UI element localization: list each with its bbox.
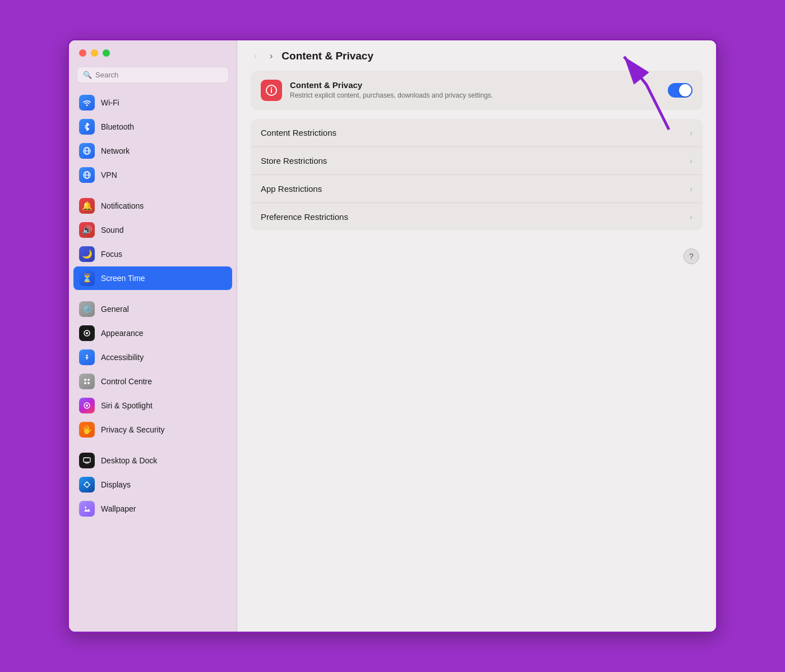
sidebar-label-privacy: Privacy & Security — [101, 425, 165, 434]
close-button[interactable] — [79, 49, 86, 57]
toggle-knob — [679, 84, 691, 96]
screentime-icon: ⏳ — [79, 270, 95, 286]
page-title: Content & Privacy — [281, 50, 373, 62]
notifications-icon: 🔔 — [79, 198, 95, 214]
help-button[interactable]: ? — [684, 248, 699, 264]
network-icon — [79, 143, 95, 159]
content-privacy-subtitle: Restrict explicit content, purchases, do… — [290, 91, 660, 100]
controlcentre-icon — [79, 374, 95, 389]
search-icon: 🔍 — [83, 71, 92, 79]
general-icon: ⚙️ — [79, 301, 95, 317]
content-privacy-icon — [261, 80, 282, 101]
sidebar-item-screentime[interactable]: ⏳ Screen Time — [73, 266, 232, 290]
restriction-label-preference: Preference Restrictions — [261, 212, 690, 222]
sidebar-list: Wi-Fi Bluetooth Network VP — [69, 91, 237, 632]
sidebar-label-desktop: Desktop & Dock — [101, 456, 157, 465]
forward-button[interactable]: › — [266, 49, 276, 63]
sidebar-label-displays: Displays — [101, 480, 131, 489]
sidebar-item-accessibility[interactable]: Accessibility — [73, 346, 232, 369]
chevron-icon-store: › — [690, 157, 692, 165]
sidebar-item-desktop[interactable]: Desktop & Dock — [73, 449, 232, 472]
svg-point-11 — [84, 382, 86, 384]
back-button[interactable]: ‹ — [251, 49, 261, 63]
sidebar-label-network: Network — [101, 146, 130, 155]
sidebar: 🔍 Wi-Fi Bluetooth — [69, 40, 237, 632]
restriction-row-preference[interactable]: Preference Restrictions › — [251, 203, 703, 231]
divider-3 — [73, 442, 232, 449]
content-privacy-header: Content & Privacy Restrict explicit cont… — [251, 71, 703, 110]
sidebar-label-wallpaper: Wallpaper — [101, 504, 136, 513]
appearance-icon — [79, 325, 95, 341]
sidebar-label-appearance: Appearance — [101, 329, 144, 338]
main-window: 🔍 Wi-Fi Bluetooth — [67, 39, 718, 633]
sound-icon: 🔊 — [79, 222, 95, 238]
svg-point-12 — [87, 382, 90, 384]
sidebar-item-bluetooth[interactable]: Bluetooth — [73, 115, 232, 139]
sidebar-item-controlcentre[interactable]: Control Centre — [73, 370, 232, 393]
content-privacy-toggle[interactable] — [668, 83, 692, 98]
restriction-label-content: Content Restrictions — [261, 128, 690, 137]
sidebar-item-network[interactable]: Network — [73, 139, 232, 163]
svg-point-9 — [84, 379, 86, 381]
search-bar[interactable]: 🔍 — [77, 67, 229, 83]
wifi-icon — [79, 95, 95, 111]
svg-rect-15 — [84, 458, 90, 462]
vpn-icon — [79, 167, 95, 183]
sidebar-item-appearance[interactable]: Appearance — [73, 321, 232, 345]
bluetooth-icon — [79, 119, 95, 135]
restriction-row-store[interactable]: Store Restrictions › — [251, 147, 703, 175]
focus-icon: 🌙 — [79, 246, 95, 262]
sidebar-item-privacy[interactable]: 🖐 Privacy & Security — [73, 418, 232, 441]
sidebar-label-vpn: VPN — [101, 171, 117, 179]
sidebar-item-notifications[interactable]: 🔔 Notifications — [73, 194, 232, 218]
sidebar-item-focus[interactable]: 🌙 Focus — [73, 242, 232, 266]
restriction-row-app[interactable]: App Restrictions › — [251, 175, 703, 203]
divider-2 — [73, 291, 232, 297]
privacy-icon: 🖐 — [79, 422, 95, 438]
chevron-icon-app: › — [690, 185, 692, 194]
sidebar-label-wifi: Wi-Fi — [101, 98, 119, 107]
chevron-icon-content: › — [690, 128, 692, 137]
sidebar-label-controlcentre: Control Centre — [101, 377, 152, 386]
titlebar — [69, 40, 237, 62]
divider-1 — [73, 187, 232, 194]
sidebar-item-wallpaper[interactable]: Wallpaper — [73, 497, 232, 521]
content-privacy-title: Content & Privacy — [290, 80, 660, 90]
main-header: ‹ › Content & Privacy — [237, 40, 716, 71]
maximize-button[interactable] — [103, 49, 110, 57]
main-body: Content & Privacy Restrict explicit cont… — [237, 71, 716, 632]
sidebar-label-focus: Focus — [101, 250, 122, 259]
siri-icon — [79, 398, 95, 413]
svg-point-8 — [86, 355, 88, 356]
content-privacy-text: Content & Privacy Restrict explicit cont… — [290, 80, 660, 100]
sidebar-label-general: General — [101, 305, 129, 314]
svg-point-14 — [86, 404, 88, 407]
restrictions-list: Content Restrictions › Store Restriction… — [251, 119, 703, 231]
sidebar-item-siri[interactable]: Siri & Spotlight — [73, 394, 232, 417]
svg-point-21 — [85, 507, 86, 508]
restriction-row-content[interactable]: Content Restrictions › — [251, 119, 703, 147]
chevron-icon-preference: › — [690, 213, 692, 222]
minimize-button[interactable] — [91, 49, 98, 57]
sidebar-item-displays[interactable]: Displays — [73, 473, 232, 496]
sidebar-item-wifi[interactable]: Wi-Fi — [73, 91, 232, 114]
sidebar-item-vpn[interactable]: VPN — [73, 163, 232, 187]
sidebar-label-notifications: Notifications — [101, 201, 144, 210]
svg-point-16 — [85, 482, 89, 487]
restriction-label-app: App Restrictions — [261, 184, 690, 194]
sidebar-item-general[interactable]: ⚙️ General — [73, 297, 232, 321]
content-privacy-card: Content & Privacy Restrict explicit cont… — [251, 71, 703, 110]
displays-icon — [79, 477, 95, 493]
sidebar-label-bluetooth: Bluetooth — [101, 122, 134, 131]
search-input[interactable] — [95, 71, 223, 79]
svg-point-7 — [86, 332, 88, 334]
sidebar-item-sound[interactable]: 🔊 Sound — [73, 218, 232, 242]
desktop-icon — [79, 453, 95, 468]
restriction-label-store: Store Restrictions — [261, 156, 690, 165]
sidebar-label-screentime: Screen Time — [101, 274, 145, 283]
accessibility-icon — [79, 349, 95, 365]
sidebar-label-sound: Sound — [101, 225, 123, 234]
sidebar-label-accessibility: Accessibility — [101, 353, 144, 362]
sidebar-label-siri: Siri & Spotlight — [101, 401, 153, 410]
wallpaper-icon — [79, 501, 95, 517]
